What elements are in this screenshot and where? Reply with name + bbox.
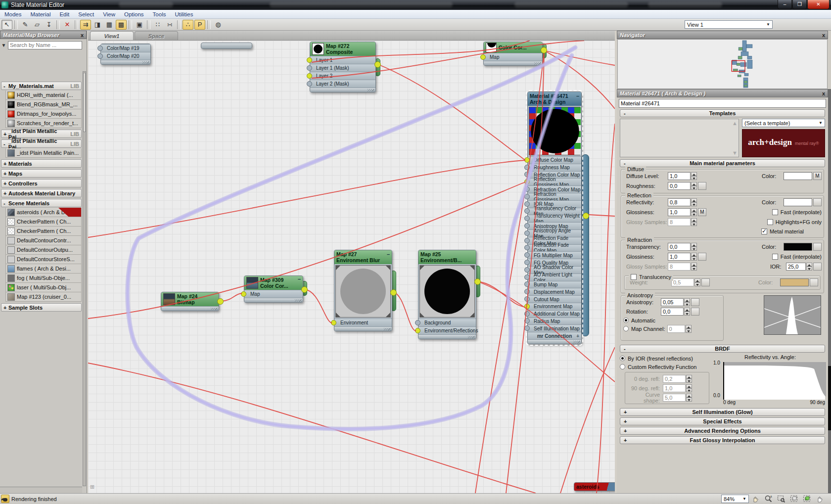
slot-background[interactable]: Background [418,319,476,326]
rollout-advanced-rendering-options[interactable]: +Advanced Rendering Options [620,427,825,435]
browser-group-controllers[interactable]: +Controllers [1,179,82,187]
menu-select[interactable]: Select [74,11,98,17]
template-dropdown[interactable]: (Select a template)▼ [742,119,825,127]
zoom-extents-icon[interactable] [788,495,799,504]
search-input[interactable] [8,41,82,49]
close-icon[interactable]: x [822,91,825,96]
show-background-icon[interactable]: ▩ [116,20,127,30]
slot-additional-color-map[interactable]: Additional Color Map [528,310,581,318]
move-children-icon[interactable]: ⇉ [80,20,91,30]
metal-material-checkbox-row[interactable]: Metal material [761,227,804,235]
input-socket[interactable] [524,238,530,243]
input-socket[interactable] [524,230,530,236]
node-map309[interactable]: Map #309 Color Cor... – Map [244,275,303,303]
node-resize-grip[interactable] [484,61,542,65]
map-channel-input[interactable]: 0 [667,325,685,333]
node-asteroids[interactable]: asteroids – [574,482,615,491]
translucency-weight-input[interactable]: 0,5 [671,278,694,286]
put-material-to-scene-icon[interactable]: ◨ [92,20,103,30]
fast-interpolate-checkbox-row[interactable]: Fast (interpolate) [772,208,822,217]
highlights-fg-checkbox-row[interactable]: Highlights+FG only [767,218,822,227]
ior-input[interactable]: 25,0 [786,263,806,271]
input-socket[interactable] [331,320,336,325]
translucency-checkbox-row[interactable]: Translucency [629,273,673,281]
browser-item[interactable]: Map #123 (cruiser_0... [5,292,82,302]
refraction-fast-checkbox-row[interactable]: Fast (interpolate) [772,253,822,261]
input-socket[interactable] [97,46,103,51]
input-socket[interactable] [524,216,530,221]
refraction-color-swatch[interactable] [784,243,812,251]
zoom-tool-icon[interactable]: ± [763,495,774,504]
rollout-brdf[interactable]: -BRDF [620,345,825,353]
layout-children-icon[interactable]: ∺ [164,20,175,30]
browser-group--idst-plain-metallic-pai-[interactable]: -_idst Plain Metallic Pai...LIB [1,139,82,148]
node-resize-grip[interactable] [244,298,303,302]
node-material-26471[interactable]: Material #26471 Arch & Design – [527,92,582,344]
browser-item[interactable]: Dirtmaps_for_lowpolys... [5,109,82,119]
automatic-radio-row[interactable]: Automatic [623,316,721,324]
slot-refraction-glossiness-map[interactable]: Refraction Glossiness Map [528,193,581,200]
collapse-node-icon[interactable]: – [387,252,390,256]
rotation-spinner[interactable] [684,308,690,316]
slot-layer-1-mask-[interactable]: Layer 1 (Mask) [310,64,375,72]
slot-environment-reflections[interactable]: Environment/Reflections [418,326,476,334]
show-map-in-viewport-icon[interactable]: ▦ [104,20,115,30]
input-socket[interactable] [524,194,530,199]
slot-ao-ambient-light-color-[interactable]: AO Ambient Light Color... [528,274,581,281]
node-pair-icon[interactable]: ∷ [152,20,163,30]
tab-space[interactable]: Space [135,31,178,40]
browser-group-materials[interactable]: +Materials [1,159,82,168]
input-socket[interactable] [524,267,530,273]
input-socket[interactable] [524,223,530,229]
node-map25[interactable]: Map #25 Environment/B... BackgroundEnvir… [418,250,476,339]
input-socket[interactable] [524,179,530,184]
input-socket[interactable] [524,252,530,258]
translucency-weight-map-button[interactable] [701,278,710,286]
menu-material[interactable]: Material [26,11,55,17]
rollout-self-illumination-glow-[interactable]: +Self Illumination (Glow) [620,408,825,416]
material-name-field[interactable] [619,99,826,108]
browser-group-maps[interactable]: +Maps [1,169,82,178]
reflection-glossiness-input[interactable]: 1,0 [668,208,691,216]
node-slot-scrollbar[interactable] [582,154,589,336]
reflection-color-swatch[interactable] [784,198,812,206]
slot-reflection-glossiness-map[interactable]: Reflection Glossiness Map [528,178,581,185]
transparency-spinner[interactable] [691,243,697,251]
curve-shape-spinner[interactable] [686,394,692,402]
slot-map[interactable]: Map [244,290,303,298]
curve-shape-input[interactable]: 5,0 [663,394,686,402]
menu-view[interactable]: View [98,11,120,17]
browser-header[interactable]: Material/Map Browser x [0,31,87,39]
browser-item[interactable]: asteroids ( Arch & D... [5,208,82,217]
pan-tool-icon[interactable] [814,495,825,504]
view-selector-dropdown[interactable]: View 1 ▼ [685,20,773,29]
slot-color-map-20[interactable]: Color/Map #20 [101,52,150,60]
output-socket[interactable] [217,298,224,305]
diffuse-color-swatch[interactable] [784,172,812,180]
refraction-glossiness-map-button[interactable] [698,253,706,261]
slot-refraction-fade-color-map[interactable]: Refraction Fade Color Map [528,244,581,252]
expand-icon[interactable]: + [576,333,579,339]
rollout-fast-glossy-interpolation[interactable]: +Fast Glossy Interpolation [620,436,825,444]
input-socket[interactable] [524,318,530,323]
right-scrollbar[interactable] [828,89,831,493]
browser-item[interactable]: flames ( Arch & Desi... [5,264,82,274]
translucency-weight-spinner[interactable] [694,278,700,286]
menu-tools[interactable]: Tools [148,11,171,17]
custom-reflectivity-radio-row[interactable]: Custom Reflectivity Function [620,363,709,371]
browser-scrollbar[interactable] [83,71,86,486]
menu-edit[interactable]: Edit [55,11,74,17]
browser-item[interactable]: HDRI_with_material (... [5,91,82,100]
reflectivity-input[interactable]: 0,8 [668,198,691,206]
refraction-samples-spinner[interactable] [691,263,697,271]
input-socket[interactable] [524,311,530,317]
eyedropper-icon[interactable]: ✎ [20,20,31,30]
collapse-node-icon[interactable]: – [576,94,579,98]
output-socket[interactable] [583,213,589,219]
slot-layer-2-mask-[interactable]: Layer 2 (Mask) [310,80,375,88]
input-socket[interactable] [524,275,530,280]
browser-item[interactable]: DefaultContourOutpu... [5,245,82,255]
diffuse-level-input[interactable]: 1,0 [668,172,691,180]
refraction-glossiness-spinner[interactable] [691,253,697,261]
reflection-glossiness-spinner[interactable] [691,208,697,216]
